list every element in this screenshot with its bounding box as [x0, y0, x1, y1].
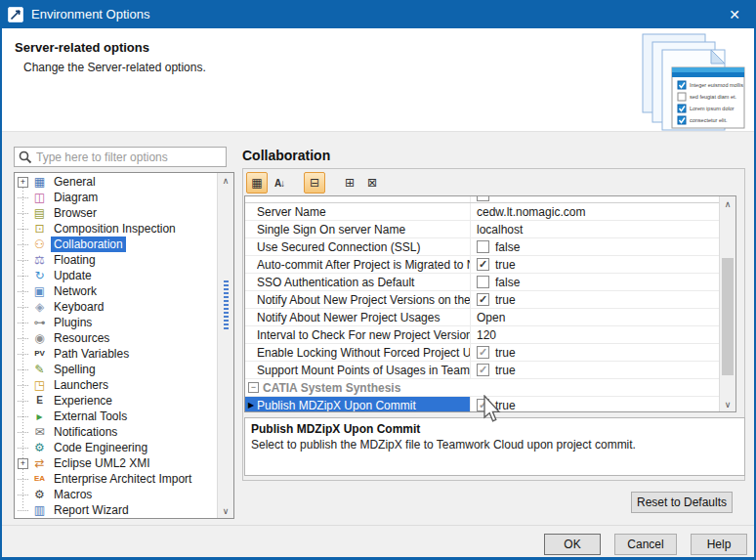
sort-alphabetically-button[interactable]: A↓ [269, 172, 290, 194]
checklist-item-3: Lorem ipsum dolor [690, 106, 735, 111]
sidebar-item-experience[interactable]: EExperience [15, 393, 217, 409]
sidebar-item-general[interactable]: +▦General [15, 174, 217, 190]
sidebar-item-report-wizard[interactable]: ▥Report Wizard [15, 502, 217, 518]
resources-icon: ◉ [31, 331, 48, 345]
tree-connector [18, 448, 28, 449]
checkbox-checked-icon[interactable]: ✓ [477, 346, 489, 359]
sidebar-item-floating[interactable]: ⚖Floating [15, 252, 217, 268]
sidebar-item-keyboard[interactable]: ◈Keyboard [15, 299, 217, 315]
checkbox-icon[interactable] [477, 196, 489, 201]
collapse-all-button[interactable]: ⊠ [361, 172, 383, 194]
expand-toggle-icon[interactable]: + [18, 177, 28, 188]
sidebar-item-composition-inspection[interactable]: ⊡Composition Inspection [15, 221, 217, 237]
table-row[interactable]: Auto-commit After Project is Migrated to… [245, 256, 719, 274]
sidebar-item-path-variables[interactable]: PVPath Variables [15, 346, 217, 362]
expand-all-button[interactable]: ⊞ [339, 172, 360, 194]
value-cell[interactable]: ✓true [471, 397, 719, 411]
tree-connector [18, 229, 28, 230]
table-scrollbar-thumb[interactable] [722, 258, 734, 375]
sidebar-item-update[interactable]: ↻Update [15, 268, 217, 283]
sidebar-item-eclipse-uml2-xmi[interactable]: +⇄Eclipse UML2 XMI [15, 455, 217, 471]
sidebar-item-macros[interactable]: ⚙Macros [15, 487, 217, 502]
header-subtitle: Change the Server-related options. [23, 61, 206, 74]
checkbox-icon[interactable] [477, 240, 489, 253]
value-cell[interactable]: ✓true [471, 291, 719, 308]
table-row[interactable]: Support Mount Points of Usages in Teamwo… [245, 362, 719, 379]
table-row[interactable]: Enable Locking Without Forced Project Up… [245, 344, 719, 362]
sidebar-item-label: Enterprise Architect Import [51, 471, 194, 487]
value-cell[interactable]: ✓true [471, 256, 719, 273]
browser-icon: ▤ [31, 206, 48, 220]
help-button[interactable]: Help [691, 534, 747, 555]
spelling-icon: ✎ [31, 363, 48, 376]
sidebar-item-label: Floating [51, 252, 99, 268]
table-row[interactable]: SSO Authentication as Default false [245, 274, 719, 291]
ok-button[interactable]: OK [544, 534, 601, 555]
tree-scrollbar-thumb[interactable] [224, 280, 229, 331]
sidebar-item-label: Notifications [51, 424, 120, 440]
value-cell[interactable]: 120 [471, 326, 719, 343]
sidebar-item-launchers[interactable]: ◳Launchers [15, 377, 217, 393]
checkbox-icon[interactable] [477, 276, 489, 288]
sidebar-item-label: Code Engineering [51, 440, 150, 455]
table-row[interactable]: Notify About Newer Project Usages Open [245, 309, 719, 326]
sidebar-item-label: Network [51, 283, 100, 299]
checkbox-checked-icon[interactable]: ✓ [477, 258, 489, 271]
table-row[interactable]: Interval to Check For new Project Versio… [245, 326, 719, 344]
update-icon: ↻ [31, 269, 48, 282]
sidebar-item-label: Experience [51, 393, 115, 409]
categorized-view-button[interactable]: ▦ [246, 172, 268, 194]
filter-options-box [14, 147, 227, 167]
value-cell[interactable]: false [471, 238, 719, 255]
table-scrollbar[interactable]: ∧ ∨ [719, 196, 735, 411]
sidebar-item-code-engineering[interactable]: ⚙Code Engineering [15, 440, 217, 455]
scroll-up-icon[interactable]: ∧ [720, 196, 735, 211]
show-description-button[interactable]: ⊟ [304, 172, 325, 194]
reset-to-defaults-button[interactable]: Reset to Defaults [631, 492, 733, 513]
sidebar-item-resources[interactable]: ◉Resources [15, 330, 217, 346]
sidebar-item-enterprise-architect-import[interactable]: EAEnterprise Architect Import [15, 471, 217, 487]
sidebar-item-plugins[interactable]: ⊶Plugins [15, 315, 217, 330]
scroll-down-icon[interactable]: ∨ [218, 503, 233, 518]
sidebar-item-diagram[interactable]: ◫Diagram [15, 190, 217, 205]
expand-toggle-icon[interactable]: + [18, 458, 28, 469]
sidebar-item-collaboration[interactable]: ⚇Collaboration [15, 237, 217, 252]
sidebar-item-notifications[interactable]: ✉Notifications [15, 424, 217, 440]
sidebar-item-browser[interactable]: ▤Browser [15, 205, 217, 221]
code-engineering-icon: ⚙ [31, 441, 48, 454]
tree-connector [18, 338, 28, 339]
sidebar-item-spelling[interactable]: ✎Spelling [15, 362, 217, 377]
checkbox-checked-icon[interactable]: ✓ [477, 364, 489, 376]
value-cell[interactable]: false [471, 274, 719, 290]
sidebar-item-label: Path Variables [51, 346, 132, 362]
collaboration-options-group: ▦ A↓ ⊟ ⊞ ⊠ Server Name cedw.lt.nomagic.c… [242, 168, 745, 481]
table-row[interactable]: Single Sign On server Name localhost [245, 221, 719, 238]
value-cell[interactable]: ✓true [471, 362, 719, 378]
cancel-button[interactable]: Cancel [614, 534, 677, 555]
description-body: Select to publish the MDZipX file to Tea… [251, 438, 738, 452]
close-icon[interactable]: ✕ [713, 0, 756, 28]
table-row-partial[interactable] [245, 196, 719, 203]
tree-scrollbar[interactable]: ∧ ∨ [217, 173, 233, 518]
table-row[interactable]: Use Secured Connection (SSL) false [245, 238, 719, 256]
value-cell[interactable]: cedw.lt.nomagic.com [471, 203, 719, 220]
dialog-header: Server-related options Change the Server… [2, 28, 754, 132]
filter-options-input[interactable] [36, 149, 226, 165]
title-bar[interactable]: Environment Options ✕ [0, 0, 756, 28]
value-cell[interactable]: ✓true [471, 344, 719, 361]
properties-table: Server Name cedw.lt.nomagic.com Single S… [244, 195, 736, 412]
table-row[interactable]: Notify About New Project Versions on the… [245, 291, 719, 309]
page-title: Collaboration [242, 148, 330, 163]
tree-connector [18, 385, 28, 386]
sidebar-item-label: External Tools [51, 409, 130, 424]
value-cell[interactable]: Open [471, 309, 719, 325]
properties-rows: Server Name cedw.lt.nomagic.com Single S… [245, 196, 719, 411]
value-cell[interactable]: localhost [471, 221, 719, 237]
checkbox-checked-icon[interactable]: ✓ [477, 293, 489, 306]
table-row[interactable]: Server Name cedw.lt.nomagic.com [245, 203, 719, 221]
scroll-down-icon[interactable]: ∨ [720, 397, 735, 411]
scroll-up-icon[interactable]: ∧ [218, 173, 233, 188]
sidebar-item-external-tools[interactable]: ▸External Tools [15, 409, 217, 424]
sidebar-item-network[interactable]: ▣Network [15, 283, 217, 299]
collapse-group-icon[interactable]: − [248, 382, 259, 393]
